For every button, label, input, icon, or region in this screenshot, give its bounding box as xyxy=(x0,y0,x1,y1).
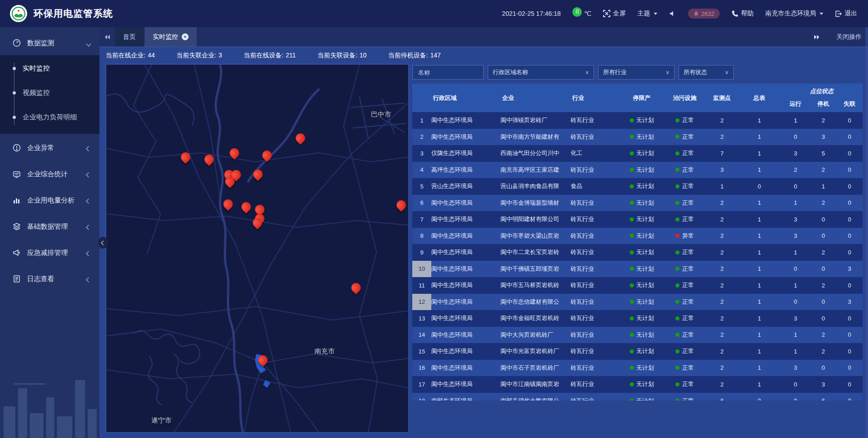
cell-meters: 1 xyxy=(738,261,781,278)
cell-meters: 1 xyxy=(738,310,781,327)
cell-region: 阆中生态环境局 xyxy=(431,277,500,294)
sidebar-item-5[interactable]: 应急减排管理 xyxy=(0,240,99,265)
row-number: 8 xyxy=(412,228,431,245)
cell-run: 1 xyxy=(781,244,810,261)
column-header: 停机 xyxy=(810,100,836,108)
name-filter xyxy=(412,65,484,80)
cell-points: 2 xyxy=(706,310,738,327)
cell-run: 3 xyxy=(781,211,810,228)
logout-button[interactable]: 退出 xyxy=(835,9,857,18)
table-row[interactable]: 9阆中生态环境局阆中市二龙长宝页岩砖砖瓦行业无计划正常21120 xyxy=(412,244,863,261)
cell-company: 阆中市枣碧大梁山页岩 xyxy=(500,228,571,245)
table-row[interactable]: 15阆中生态环境局阆中市光富页岩机砖厂砖瓦行业无计划正常21120 xyxy=(412,343,863,360)
help-button[interactable]: 帮助 xyxy=(731,9,754,18)
bullet-icon xyxy=(13,67,16,70)
sidebar-subitem-1[interactable]: 视频监控 xyxy=(0,80,99,105)
bullet-icon xyxy=(13,116,16,119)
sidebar-subitem-0[interactable]: 实时监控 xyxy=(0,56,99,80)
status-dot-icon xyxy=(675,399,679,400)
theme-dropdown[interactable]: 主题 xyxy=(637,9,657,18)
row-number: 4 xyxy=(412,162,431,179)
logout-icon xyxy=(835,10,842,17)
fullscreen-button[interactable]: 全屏 xyxy=(603,9,626,18)
chevron-left-icon xyxy=(86,225,91,230)
table-row[interactable]: 1阆中生态环境局阆中强锐页岩砖厂砖瓦行业无计划正常21120 xyxy=(412,112,863,129)
table-row[interactable]: 18南部生态环境局南部县砚华土陶有限公砖瓦行业无计划正常60060 xyxy=(412,393,863,401)
cell-limit-status: 无计划 xyxy=(620,195,663,212)
sidebar-item-label: 日志查看 xyxy=(27,275,54,283)
sidebar-group: 企业异常 xyxy=(0,136,99,160)
sidebar-item-1[interactable]: 企业异常 xyxy=(0,136,99,160)
cell-lost: 0 xyxy=(836,360,863,377)
mute-speaker-icon[interactable] xyxy=(669,10,676,17)
close-operations-button[interactable]: 关闭操作 xyxy=(836,33,862,41)
scrollbar[interactable] xyxy=(865,27,868,438)
sidebar-item-4[interactable]: 基础数据管理 xyxy=(0,214,99,239)
bar-chart-icon xyxy=(13,196,22,204)
sidebar-item-2[interactable]: 企业综合统计 xyxy=(0,162,99,186)
tabs-scroll-left-icon[interactable] xyxy=(99,27,115,47)
cell-meters: 0 xyxy=(738,178,781,195)
cell-meters: 0 xyxy=(738,393,781,401)
table-row[interactable]: 7阆中生态环境局阆中明阳建材有限公司砖瓦行业无计划正常21300 xyxy=(412,211,863,228)
name-filter-input[interactable] xyxy=(417,69,479,76)
table-row[interactable]: 6阆中生态环境局阆中市金博瑞新型墙材砖瓦行业无计划正常21120 xyxy=(412,195,863,212)
tab-label: 实时监控 xyxy=(153,33,178,41)
cell-industry: 砖瓦行业 xyxy=(571,244,620,261)
status-filter-select[interactable]: 所有状态 ∨ xyxy=(679,65,734,80)
stats-monitor-icon xyxy=(13,170,22,178)
cell-run: 1 xyxy=(781,277,810,294)
table-row[interactable]: 8阆中生态环境局阆中市枣碧大梁山页岩砖瓦行业无计划异常21300 xyxy=(412,228,863,245)
table-row[interactable]: 11阆中生态环境局阆中市五马桥页岩机砖砖瓦行业无计划正常21120 xyxy=(412,277,863,294)
cell-points: 1 xyxy=(706,178,738,195)
sidebar-subitem-2[interactable]: 企业电力负荷明细 xyxy=(0,105,99,129)
stat-label: 当前在线企业: xyxy=(106,52,146,59)
cell-region: 南部生态环境局 xyxy=(431,393,500,401)
tabs-scroll-right-icon[interactable] xyxy=(809,34,825,40)
table-row[interactable]: 5营山生态环境局营山县润丰肉食品有限食品无计划正常10010 xyxy=(412,178,863,195)
status-dot-icon xyxy=(630,316,634,320)
app-header: 环保用电监管系统 2021-02-25 17:46:18 0 ℃ 全屏 主题 xyxy=(0,0,868,27)
cell-region: 仪陇生态环境局 xyxy=(431,145,500,162)
tab-0[interactable]: 首页 xyxy=(115,27,144,47)
status-dot-icon xyxy=(630,217,634,221)
table-row[interactable]: 14阆中生态环境局阆中大兴页岩机砖厂砖瓦行业无计划正常21120 xyxy=(412,327,863,344)
sidebar-item-label: 数据监测 xyxy=(27,39,54,47)
column-header: 行业 xyxy=(571,84,620,112)
map-panel[interactable]: 巴中市南充市遂宁市 xyxy=(105,64,409,433)
table-row[interactable]: 10阆中生态环境局阆中千佛镇五郎垭页岩砖瓦行业无计划正常21003 xyxy=(412,261,863,278)
industry-filter-select[interactable]: 所有行业 ∨ xyxy=(598,65,675,80)
cell-lost: 3 xyxy=(836,294,863,311)
sidebar-item-label: 基础数据管理 xyxy=(27,222,68,231)
table-row[interactable]: 4高坪生态环境局南充市高坪区王家店建砖瓦行业无计划正常31220 xyxy=(412,162,863,179)
sidebar-item-6[interactable]: 日志查看 xyxy=(0,267,99,291)
table-row[interactable]: 13阆中生态环境局阆中市金福旺页岩机砖砖瓦行业无计划正常21300 xyxy=(412,310,863,327)
notification-badge[interactable]: 2632 xyxy=(688,9,720,19)
chevron-down-icon: ∨ xyxy=(725,69,729,75)
region-filter-select[interactable]: 行政区域名称 ∨ xyxy=(488,65,594,80)
cell-stop: 0 xyxy=(810,228,836,245)
cell-facility-status: 正常 xyxy=(663,261,706,278)
chevron-left-icon xyxy=(86,251,91,256)
user-dropdown[interactable]: 南充市生态环境局 xyxy=(765,9,823,18)
close-icon[interactable]: ✕ xyxy=(182,33,189,40)
cell-facility-status: 异常 xyxy=(663,228,706,245)
cell-points: 2 xyxy=(706,261,738,278)
tab-1[interactable]: 实时监控✕ xyxy=(145,27,197,47)
app-title: 环保用电监管系统 xyxy=(33,7,113,20)
cell-company: 阆中大兴页岩机砖厂 xyxy=(500,327,571,344)
cell-meters: 1 xyxy=(738,145,781,162)
cell-meters: 1 xyxy=(738,195,781,212)
sidebar-item-3[interactable]: 企业用电量分析 xyxy=(0,188,99,212)
sidebar-item-0[interactable]: 数据监测 xyxy=(0,31,99,55)
cell-region: 阆中生态环境局 xyxy=(431,195,500,212)
sidebar-collapse-button[interactable] xyxy=(98,237,108,249)
table-row[interactable]: 12阆中生态环境局阆中市忠信建材有限公砖瓦行业无计划正常21003 xyxy=(412,294,863,311)
status-dot-icon xyxy=(675,217,679,221)
column-header: 行政区域 xyxy=(431,84,500,112)
table-row[interactable]: 3仪陇生态环境局西南油气田分公司川中化工无计划正常71350 xyxy=(412,145,863,162)
table-row[interactable]: 2阆中生态环境局阆中市南方节能建材有砖瓦行业无计划正常21030 xyxy=(412,129,863,146)
table-row[interactable]: 17阆中生态环境局阆中市江南镇阆南页岩砖瓦行业无计划正常21030 xyxy=(412,376,863,393)
cell-facility-status: 正常 xyxy=(663,112,706,129)
table-row[interactable]: 16阆中生态环境局阆中市石子页岩机砖厂砖瓦行业无计划正常21300 xyxy=(412,360,863,377)
